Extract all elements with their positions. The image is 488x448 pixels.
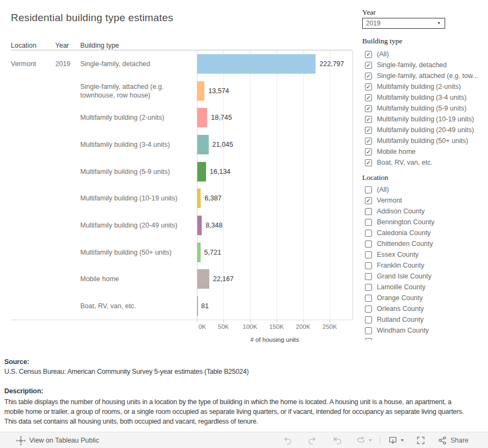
checkbox-label: Multifamily building (10-19 units) bbox=[377, 115, 474, 123]
axis-line bbox=[11, 320, 352, 320]
chart-bar[interactable] bbox=[197, 81, 204, 101]
page-title: Residential building type estimates bbox=[11, 12, 174, 24]
building-type-filter-item[interactable]: ✓Multifamily building (50+ units) bbox=[362, 135, 487, 146]
checkbox: ✓ bbox=[365, 51, 372, 58]
toolbar-actions: Share bbox=[282, 432, 468, 448]
checkbox-label: Franklin County bbox=[377, 262, 425, 269]
checkbox-label: Bennington County bbox=[377, 218, 434, 226]
building-type-filter-item[interactable]: ✓Multifamily building (2-units) bbox=[362, 81, 487, 92]
checkbox: ✓ bbox=[365, 62, 372, 69]
checkbox bbox=[365, 208, 372, 215]
axis-tick-label: 150K bbox=[266, 323, 287, 330]
table-row: Mobile home22,167 bbox=[11, 266, 352, 293]
location-filter-item[interactable]: Grand Isle County bbox=[362, 271, 487, 282]
refresh-button[interactable] bbox=[356, 436, 372, 445]
building-type-filter-item[interactable]: ✓Multifamily building (10-19 units) bbox=[362, 114, 487, 125]
year-cell: 2019 bbox=[55, 60, 70, 68]
location-cell: Vermont bbox=[11, 60, 36, 68]
building-type-filter-item[interactable]: ✓Single-family, attached (e.g. tow... bbox=[362, 70, 487, 81]
checkbox-label: Boat, RV, van, etc. bbox=[377, 159, 433, 166]
bar-value-label: 16,134 bbox=[210, 168, 230, 176]
location-filter-item[interactable]: Bennington County bbox=[362, 217, 487, 228]
location-filter-item[interactable]: ✓Vermont bbox=[362, 195, 487, 206]
table-row: Vermont2019Single-family, detached222,79… bbox=[11, 50, 352, 77]
location-filter-item[interactable]: Orleans County bbox=[362, 303, 487, 314]
tableau-public-embed: Residential building type estimates Loca… bbox=[0, 0, 488, 448]
bar-value-label: 6,387 bbox=[204, 194, 221, 202]
caret-down-icon bbox=[401, 439, 404, 441]
checkbox-label: Single-family, detached bbox=[377, 61, 447, 69]
undo-button[interactable] bbox=[282, 436, 292, 445]
checkbox bbox=[365, 295, 372, 302]
reset-button[interactable] bbox=[332, 436, 342, 445]
building-type-filter-item[interactable]: ✓Multifamily building (20-49 units) bbox=[362, 125, 487, 135]
checkbox-label: Lamoille County bbox=[377, 283, 426, 291]
location-filter-item[interactable]: Orange County bbox=[362, 293, 487, 303]
axis-tick bbox=[303, 320, 304, 322]
location-filter-item[interactable]: Rutland County bbox=[362, 314, 487, 325]
table-row: Multifamily building (5-9 units)16,134 bbox=[11, 158, 352, 185]
table-row: Multifamily building (20-49 units)8,348 bbox=[11, 212, 352, 239]
share-button[interactable]: Share bbox=[438, 436, 468, 445]
building-type-filter-item[interactable]: ✓(All) bbox=[362, 49, 487, 60]
checkbox-label: Multifamily building (3-4 units) bbox=[377, 94, 466, 101]
checkbox-label: Essex County bbox=[377, 251, 419, 258]
location-filter-item[interactable]: Addison County bbox=[362, 206, 487, 217]
checkbox bbox=[365, 327, 372, 334]
column-header-year: Year bbox=[55, 42, 69, 49]
checkbox-label: Grand Isle County bbox=[377, 272, 432, 280]
axis-tick bbox=[223, 320, 224, 322]
checkbox bbox=[365, 251, 372, 258]
location-filter-item[interactable]: Franklin County bbox=[362, 260, 487, 271]
bar-value-label: 8,348 bbox=[206, 222, 222, 229]
bar-value-label: 5,721 bbox=[204, 249, 221, 256]
redo-button[interactable] bbox=[307, 436, 317, 445]
checkbox bbox=[365, 338, 372, 341]
building-type-filter-item[interactable]: ✓Boat, RV, van, etc. bbox=[362, 157, 487, 168]
chart-bar[interactable] bbox=[197, 108, 207, 127]
row-label: Multifamily building (5-9 units) bbox=[80, 167, 193, 176]
chart-bar[interactable] bbox=[197, 135, 209, 154]
location-filter-title: Location bbox=[362, 173, 388, 182]
location-filter-item[interactable]: Windham County bbox=[362, 325, 487, 336]
undo-icon bbox=[282, 436, 292, 445]
chart-bar[interactable] bbox=[197, 189, 201, 208]
checkbox bbox=[365, 219, 372, 226]
location-filter-item[interactable]: Essex County bbox=[362, 249, 487, 260]
source-heading: Source: bbox=[4, 358, 29, 366]
download-icon bbox=[388, 436, 398, 445]
building-type-filter-item[interactable]: ✓Multifamily building (3-4 units) bbox=[362, 92, 487, 103]
year-dropdown[interactable]: 2019 ▼ bbox=[362, 18, 445, 29]
x-axis-title: # of housing units bbox=[197, 336, 352, 343]
building-type-filter-item[interactable]: ✓Multifamily building (5-9 units) bbox=[362, 103, 487, 114]
axis-tick bbox=[250, 320, 251, 322]
location-filter-item[interactable]: Lamoille County bbox=[362, 282, 487, 293]
table-row: Multifamily building (10-19 units)6,387 bbox=[11, 185, 352, 212]
axis-tick-label: 250K bbox=[319, 323, 341, 330]
dropdown-caret-icon: ▼ bbox=[437, 21, 441, 25]
chart-rows: Vermont2019Single-family, detached222,79… bbox=[11, 50, 352, 320]
location-filter-item[interactable]: Chittenden County bbox=[362, 238, 487, 249]
location-filter-item[interactable]: Caledonia County bbox=[362, 228, 487, 238]
building-type-filter-item[interactable]: ✓Single-family, detached bbox=[362, 60, 487, 70]
chart-bar[interactable] bbox=[197, 54, 316, 74]
chart-bar[interactable] bbox=[197, 243, 201, 262]
checkbox: ✓ bbox=[365, 148, 372, 155]
row-label: Multifamily building (2-units) bbox=[80, 113, 193, 122]
location-filter-item[interactable]: (All) bbox=[362, 184, 487, 195]
checkbox-label: Addison County bbox=[377, 207, 425, 215]
checkbox bbox=[365, 284, 372, 291]
fullscreen-button[interactable] bbox=[416, 436, 426, 445]
checkbox-label: Multifamily building (20-49 units) bbox=[377, 126, 474, 134]
building-type-filter-item[interactable]: ✓Mobile home bbox=[362, 146, 487, 157]
location-filter-item[interactable] bbox=[362, 336, 487, 340]
chart-bar[interactable] bbox=[197, 162, 206, 181]
view-on-tableau-public-link[interactable]: View on Tableau Public bbox=[16, 432, 99, 448]
download-button[interactable] bbox=[388, 436, 404, 445]
bar-value-label: 222,797 bbox=[319, 60, 344, 68]
source-text: U.S. Census Bureau: American Community S… bbox=[4, 368, 249, 375]
chart-bar[interactable] bbox=[197, 269, 209, 289]
table-row: Single-family, attached (e.g. townhouse,… bbox=[11, 77, 352, 105]
chart-bar[interactable] bbox=[197, 216, 202, 235]
bar-value-label: 21,045 bbox=[213, 141, 233, 148]
